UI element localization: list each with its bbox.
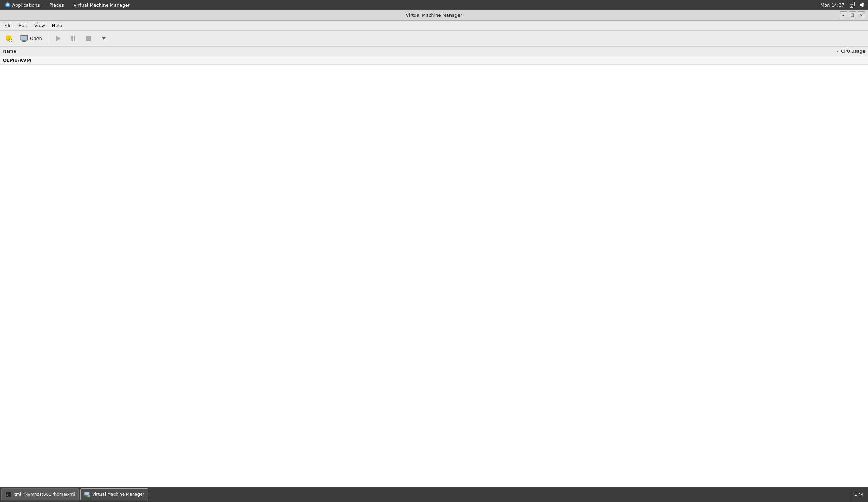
open-label: Open — [30, 36, 42, 41]
svg-marker-18 — [56, 36, 61, 41]
vm-group-qemu: QEMU/KVM — [0, 56, 868, 65]
system-bar: Applications Places Virtual Machine Mana… — [0, 0, 868, 10]
run-icon — [54, 35, 62, 42]
title-bar: Virtual Machine Manager – ❐ ✕ — [0, 10, 868, 21]
taskbar: $_ xml@kvmhost001:/home/xml Virtual Mach… — [0, 487, 868, 502]
svg-rect-17 — [21, 36, 27, 40]
new-vm-button[interactable] — [2, 32, 16, 45]
svg-rect-19 — [71, 36, 73, 41]
vm-list: QEMU/KVM — [0, 56, 868, 487]
taskbar-terminal[interactable]: $_ xml@kvmhost001:/home/xml — [1, 488, 79, 500]
pause-icon — [69, 35, 77, 42]
pause-button[interactable] — [66, 32, 80, 45]
new-vm-icon — [5, 35, 13, 42]
svg-marker-23 — [836, 51, 839, 52]
svg-marker-7 — [860, 2, 863, 7]
vmm-menu[interactable]: Virtual Machine Manager — [71, 2, 132, 8]
svg-rect-29 — [85, 496, 88, 497]
col-name-label: Name — [3, 49, 16, 54]
toolbar: Open — [0, 31, 868, 47]
taskbar-vmm[interactable]: Virtual Machine Manager — [80, 488, 148, 500]
svg-text:$_: $_ — [6, 493, 10, 496]
more-dropdown-icon — [100, 35, 108, 42]
places-menu[interactable]: Places — [47, 2, 66, 8]
main-content: QEMU/KVM — [0, 56, 868, 487]
column-headers: Name CPU usage — [0, 47, 868, 56]
vm-group-label: QEMU/KVM — [3, 58, 31, 63]
system-apps-menu[interactable]: Applications — [3, 1, 42, 8]
svg-marker-22 — [102, 37, 106, 40]
svg-rect-28 — [86, 495, 87, 496]
toolbar-separator-1 — [48, 34, 48, 43]
network-icon — [849, 2, 855, 8]
system-time: Mon 14:37 — [820, 2, 844, 8]
volume-icon — [859, 2, 865, 8]
minimize-button[interactable]: – — [840, 11, 847, 19]
run-button[interactable] — [51, 32, 65, 45]
view-menu[interactable]: View — [32, 22, 48, 29]
col-cpu-header[interactable]: CPU usage — [831, 49, 865, 54]
vmm-taskbar-icon — [84, 491, 90, 497]
gnome-logo-icon — [5, 2, 10, 8]
places-label: Places — [49, 2, 64, 8]
stop-button[interactable] — [82, 32, 95, 45]
more-button[interactable] — [97, 32, 111, 45]
window-controls: – ❐ ✕ — [840, 11, 865, 19]
open-button[interactable]: Open — [17, 32, 45, 45]
stop-icon — [85, 35, 92, 42]
sort-icon — [836, 49, 840, 53]
col-cpu-label: CPU usage — [841, 49, 865, 54]
col-name-header[interactable]: Name — [3, 49, 831, 54]
svg-rect-21 — [86, 36, 91, 41]
terminal-icon: $_ — [5, 491, 11, 497]
svg-rect-16 — [22, 41, 26, 42]
vmm-taskbar-label: Virtual Machine Manager — [92, 492, 144, 497]
restore-button[interactable]: ❐ — [849, 11, 856, 19]
help-menu[interactable]: Help — [49, 22, 65, 29]
svg-point-1 — [6, 3, 9, 6]
svg-rect-20 — [74, 36, 75, 41]
edit-menu[interactable]: Edit — [16, 22, 30, 29]
pager-label: 1 / 4 — [854, 492, 864, 497]
vmm-label: Virtual Machine Manager — [74, 2, 130, 8]
applications-label: Applications — [12, 2, 40, 8]
menu-bar: File Edit View Help — [0, 21, 868, 31]
system-bar-right: Mon 14:37 — [820, 2, 865, 8]
file-menu[interactable]: File — [1, 22, 15, 29]
window-title: Virtual Machine Manager — [406, 12, 462, 18]
terminal-label: xml@kvmhost001:/home/xml — [14, 492, 75, 497]
taskbar-pager: 1 / 4 — [850, 487, 868, 502]
close-button[interactable]: ✕ — [858, 11, 865, 19]
system-bar-left: Applications Places Virtual Machine Mana… — [3, 1, 132, 8]
svg-rect-27 — [85, 492, 89, 495]
svg-rect-15 — [23, 40, 25, 41]
open-connection-icon — [20, 35, 28, 42]
